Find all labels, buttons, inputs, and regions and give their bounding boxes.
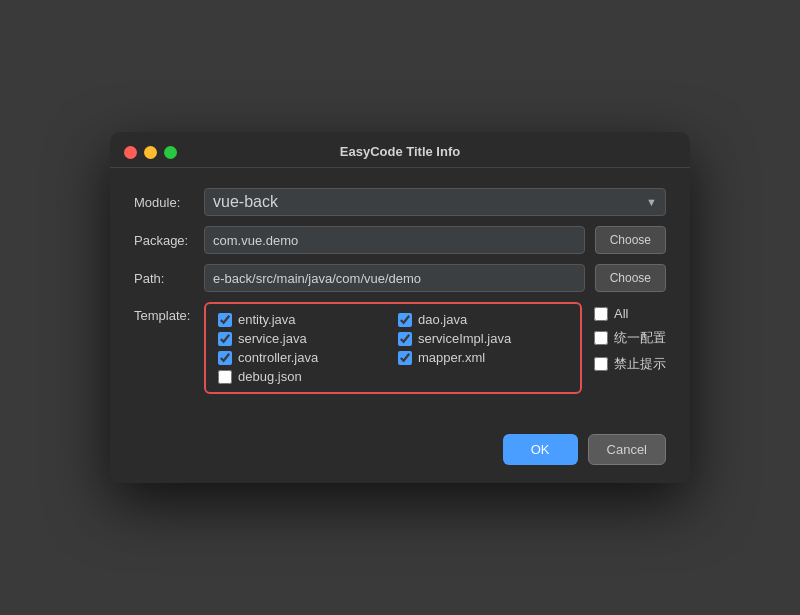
- serviceimpl-checkbox[interactable]: [398, 332, 412, 346]
- dialog: EasyCode Title Info Module: vue-back ▼ P…: [110, 132, 690, 483]
- package-input[interactable]: [204, 226, 585, 254]
- debug-checkbox[interactable]: [218, 370, 232, 384]
- controller-label: controller.java: [238, 350, 318, 365]
- all-checkbox[interactable]: [594, 307, 608, 321]
- module-row: Module: vue-back ▼: [134, 188, 666, 216]
- unified-label: 统一配置: [614, 329, 666, 347]
- all-option: All: [594, 306, 666, 321]
- noprompt-checkbox[interactable]: [594, 357, 608, 371]
- close-button[interactable]: [124, 146, 137, 159]
- choose-path-button[interactable]: Choose: [595, 264, 666, 292]
- list-item: entity.java: [218, 312, 388, 327]
- unified-option: 统一配置: [594, 329, 666, 347]
- checkboxes-panel: entity.java dao.java service.java: [204, 302, 582, 394]
- dialog-footer: OK Cancel: [110, 424, 690, 483]
- package-label: Package:: [134, 233, 204, 248]
- list-item: mapper.xml: [398, 350, 568, 365]
- service-checkbox[interactable]: [218, 332, 232, 346]
- service-label: service.java: [238, 331, 307, 346]
- list-item: serviceImpl.java: [398, 331, 568, 346]
- side-options: All 统一配置 禁止提示: [594, 302, 666, 394]
- path-row: Path: Choose: [134, 264, 666, 292]
- all-label: All: [614, 306, 628, 321]
- mapper-checkbox[interactable]: [398, 351, 412, 365]
- list-item: dao.java: [398, 312, 568, 327]
- entity-label: entity.java: [238, 312, 296, 327]
- cancel-button[interactable]: Cancel: [588, 434, 666, 465]
- controller-checkbox[interactable]: [218, 351, 232, 365]
- dialog-title: EasyCode Title Info: [340, 144, 460, 159]
- mapper-label: mapper.xml: [418, 350, 485, 365]
- maximize-button[interactable]: [164, 146, 177, 159]
- serviceimpl-label: serviceImpl.java: [418, 331, 511, 346]
- debug-label: debug.json: [238, 369, 302, 384]
- list-item: debug.json: [218, 369, 388, 384]
- unified-checkbox[interactable]: [594, 331, 608, 345]
- module-label: Module:: [134, 195, 204, 210]
- title-divider: [110, 167, 690, 168]
- path-input[interactable]: [204, 264, 585, 292]
- template-content: entity.java dao.java service.java: [204, 302, 666, 394]
- path-label: Path:: [134, 271, 204, 286]
- noprompt-label: 禁止提示: [614, 355, 666, 373]
- dao-label: dao.java: [418, 312, 467, 327]
- entity-checkbox[interactable]: [218, 313, 232, 327]
- template-row: Template: entity.java dao.java: [134, 302, 666, 394]
- minimize-button[interactable]: [144, 146, 157, 159]
- list-item: service.java: [218, 331, 388, 346]
- package-row: Package: Choose: [134, 226, 666, 254]
- list-item: controller.java: [218, 350, 388, 365]
- title-bar: EasyCode Title Info: [110, 132, 690, 167]
- ok-button[interactable]: OK: [503, 434, 578, 465]
- module-value: vue-back: [213, 193, 278, 211]
- dao-checkbox[interactable]: [398, 313, 412, 327]
- template-label: Template:: [134, 302, 204, 323]
- form-content: Module: vue-back ▼ Package: Choose Path:…: [110, 178, 690, 424]
- noprompt-option: 禁止提示: [594, 355, 666, 373]
- module-select[interactable]: vue-back ▼: [204, 188, 666, 216]
- traffic-lights: [124, 146, 177, 159]
- choose-package-button[interactable]: Choose: [595, 226, 666, 254]
- chevron-down-icon: ▼: [646, 196, 657, 208]
